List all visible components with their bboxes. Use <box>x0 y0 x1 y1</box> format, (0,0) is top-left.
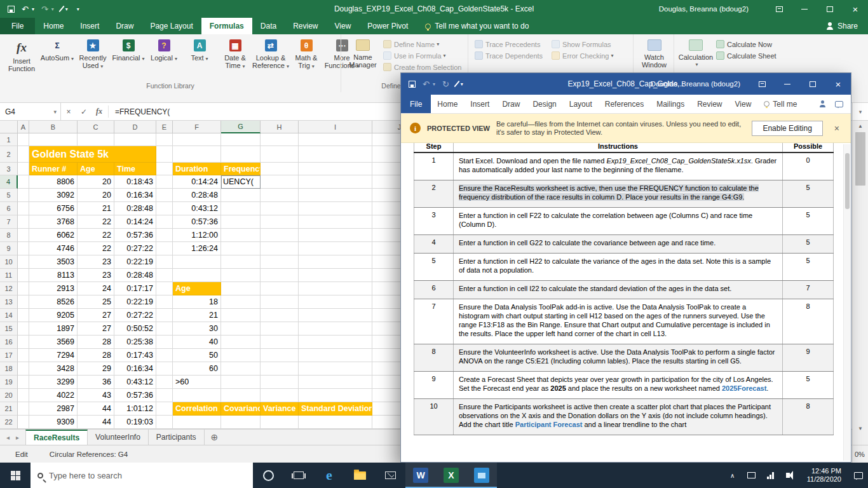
cell-C16[interactable]: 28 <box>78 336 114 349</box>
cell-C13[interactable]: 25 <box>78 295 114 309</box>
word-ribbon-tab-home[interactable]: Home <box>431 95 464 113</box>
row-header-4[interactable]: 4 <box>0 175 18 189</box>
cell-A8[interactable] <box>18 229 29 242</box>
row-header-10[interactable]: 10 <box>0 255 18 269</box>
cell-H12[interactable] <box>261 282 299 295</box>
cell-I19[interactable] <box>299 376 372 389</box>
row-header-20[interactable]: 20 <box>0 389 18 402</box>
cell-I2[interactable] <box>299 146 372 163</box>
row-header-13[interactable]: 13 <box>0 295 18 309</box>
save-icon[interactable] <box>409 81 416 88</box>
tell-me-box[interactable]: Tell me what you want to do <box>416 18 538 34</box>
cell-D1[interactable] <box>114 133 156 146</box>
cell-C15[interactable]: 27 <box>78 322 114 336</box>
word-scrollbar-thumb[interactable] <box>845 153 850 209</box>
pen-icon[interactable] <box>456 80 463 88</box>
cell-I15[interactable] <box>299 322 372 336</box>
cell-C20[interactable]: 43 <box>78 389 114 402</box>
cell-B9[interactable]: 4746 <box>29 242 78 255</box>
show-formulas-button[interactable]: Show Formulas <box>552 40 613 48</box>
instructions-cell[interactable]: Ensure the RaceResults worksheet is acti… <box>454 180 783 207</box>
cell-C3[interactable]: Age <box>78 163 114 175</box>
cell-E14[interactable] <box>156 309 173 322</box>
cell-G21[interactable]: Covariance <box>221 402 261 416</box>
comments-icon[interactable] <box>835 101 843 107</box>
row-header-7[interactable]: 7 <box>0 215 18 229</box>
cell-C5[interactable]: 20 <box>78 189 114 202</box>
cell-I14[interactable] <box>299 309 372 322</box>
cell-B22[interactable]: 9309 <box>29 416 78 429</box>
cell-G8[interactable] <box>221 229 261 242</box>
word-ribbon-tab-layout[interactable]: Layout <box>563 95 599 113</box>
cell-G2[interactable] <box>221 146 261 163</box>
cell-H11[interactable] <box>261 269 299 282</box>
cell-E5[interactable] <box>156 189 173 202</box>
cell-A18[interactable] <box>18 362 29 376</box>
cell-H6[interactable] <box>261 202 299 215</box>
column-header-C[interactable]: C <box>78 121 114 133</box>
cell-F13[interactable]: 18 <box>173 295 221 309</box>
cell-H3[interactable] <box>261 163 299 175</box>
cell-C8[interactable]: 22 <box>78 229 114 242</box>
instructions-cell[interactable]: Enter a function in cell F22 to calculat… <box>454 207 783 234</box>
repeat-icon[interactable]: ↻ <box>442 79 449 89</box>
text-button[interactable]: AText <box>182 37 217 72</box>
cell-A20[interactable] <box>18 389 29 402</box>
cell-B20[interactable]: 4022 <box>29 389 78 402</box>
expand-formula-bar-icon[interactable]: ▾ <box>853 103 868 121</box>
undo-icon[interactable]: ↶ <box>423 79 435 89</box>
cell-G6[interactable] <box>221 202 261 215</box>
column-header-E[interactable]: E <box>156 121 173 133</box>
row-header-16[interactable]: 16 <box>0 336 18 349</box>
row-header-19[interactable]: 19 <box>0 376 18 389</box>
cell-H8[interactable] <box>261 229 299 242</box>
cell-F18[interactable]: 60 <box>173 362 221 376</box>
sheet-tab-volunteerinfo[interactable]: VolunteerInfo <box>88 430 149 445</box>
cell-E11[interactable] <box>156 269 173 282</box>
taskbar-app-edge[interactable]: e <box>314 463 344 488</box>
word-ribbon-tab-file[interactable]: File <box>401 95 431 113</box>
new-sheet-icon[interactable]: ⊕ <box>205 430 225 445</box>
cell-C19[interactable]: 36 <box>78 376 114 389</box>
column-header-G[interactable]: G <box>221 121 261 133</box>
select-all-corner[interactable] <box>0 121 18 133</box>
cell-F12[interactable]: Age <box>173 282 221 295</box>
column-header-H[interactable]: H <box>261 121 299 133</box>
cell-E1[interactable] <box>156 133 173 146</box>
cell-D14[interactable]: 0:27:22 <box>114 309 156 322</box>
instructions-cell[interactable]: Enter a function in cell G22 to calculat… <box>454 234 783 253</box>
cell-E19[interactable] <box>156 376 173 389</box>
minimize-button[interactable] <box>775 73 800 95</box>
instructions-cell[interactable]: Enter a function in cell H22 to calculat… <box>454 253 783 280</box>
cell-F14[interactable]: 21 <box>173 309 221 322</box>
row-header-3[interactable]: 3 <box>0 163 18 175</box>
cell-G7[interactable] <box>221 215 261 229</box>
volume-icon[interactable] <box>780 463 799 488</box>
cell-I10[interactable] <box>299 255 372 269</box>
cell-A6[interactable] <box>18 202 29 215</box>
row-header-17[interactable]: 17 <box>0 349 18 362</box>
scroll-up-icon[interactable]: ▲ <box>853 121 868 132</box>
row-header-21[interactable]: 21 <box>0 402 18 416</box>
cell-D7[interactable]: 0:14:24 <box>114 215 156 229</box>
word-ribbon-tab-references[interactable]: References <box>599 95 650 113</box>
share-person-icon[interactable] <box>819 100 826 107</box>
customize-qat-icon[interactable] <box>75 6 79 12</box>
cell-F19[interactable]: >60 <box>173 376 221 389</box>
word-tell-me-box[interactable]: Tell me <box>757 95 803 113</box>
cell-I20[interactable] <box>299 389 372 402</box>
row-header-5[interactable]: 5 <box>0 189 18 202</box>
cell-A22[interactable] <box>18 416 29 429</box>
ribbon-tab-review[interactable]: Review <box>285 18 326 34</box>
cell-I8[interactable] <box>299 229 372 242</box>
instructions-cell[interactable]: Ensure the Participants worksheet is act… <box>454 398 783 435</box>
cell-G15[interactable] <box>221 322 261 336</box>
instructions-cell[interactable]: Start Excel. Download and open the file … <box>454 152 783 180</box>
cell-E7[interactable] <box>156 215 173 229</box>
cell-G17[interactable] <box>221 349 261 362</box>
cell-A14[interactable] <box>18 309 29 322</box>
cell-F11[interactable] <box>173 269 221 282</box>
cell-G16[interactable] <box>221 336 261 349</box>
cell-H14[interactable] <box>261 309 299 322</box>
cell-H18[interactable] <box>261 362 299 376</box>
